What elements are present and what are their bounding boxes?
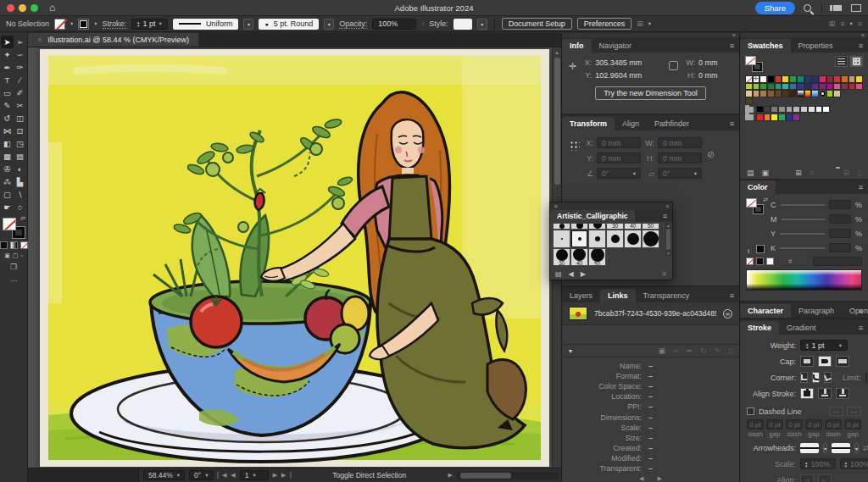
transform-panel-menu-icon[interactable]: ≡ [730, 119, 734, 128]
corner-miter-button[interactable] [800, 372, 808, 383]
scissors-tool[interactable]: ✂ [14, 99, 26, 112]
tab-align[interactable]: Align [615, 117, 647, 130]
brush-swatch[interactable] [588, 230, 606, 248]
dash-value-field[interactable]: 0 pt [825, 419, 842, 429]
fill-none-chip[interactable] [3, 218, 16, 230]
shape-builder-tool[interactable]: ◧ [1, 137, 14, 150]
tab-navigator[interactable]: Navigator [592, 39, 640, 53]
status-expand-icon[interactable]: ▶ [448, 472, 453, 479]
brushes-floating-panel[interactable]: ✕ « Artistic_Calligraphic ≡ 304050304050… [549, 202, 673, 280]
tab-stroke[interactable]: Stroke [740, 321, 779, 335]
tab-color[interactable]: Color [740, 180, 776, 194]
swatch[interactable] [855, 75, 863, 83]
cap-butt-button[interactable] [800, 356, 814, 367]
first-artboard-icon[interactable]: ▏◀ [218, 472, 227, 479]
horizontal-scrollbar[interactable] [457, 472, 559, 479]
gradient-tool[interactable]: ▤ [14, 150, 26, 163]
direct-selection-tool[interactable]: ➢ [14, 36, 26, 48]
search-icon[interactable] [804, 4, 811, 12]
style-chevron[interactable]: ▾ [477, 19, 487, 30]
tab-transform[interactable]: Transform [562, 117, 615, 130]
last-artboard-icon[interactable]: ▶▕ [281, 472, 291, 479]
swatch[interactable] [745, 90, 753, 97]
swatch[interactable] [745, 83, 753, 91]
dash-value-field[interactable]: 0 pt [786, 419, 803, 429]
color-panel-menu-icon[interactable]: ≡ [859, 183, 863, 191]
cap-projecting-button[interactable] [836, 356, 849, 367]
brushes-scrollbar[interactable]: ▴ ▾ [665, 223, 671, 256]
swatch[interactable] [797, 90, 804, 97]
swatch[interactable] [760, 90, 767, 97]
tab-gradient[interactable]: Gradient [779, 321, 824, 335]
line-segment-tool[interactable]: ∕ [14, 74, 26, 86]
align-inside-button[interactable] [818, 388, 832, 399]
brushes-panel-tab[interactable]: Artistic_Calligraphic [550, 210, 635, 222]
relink-icon[interactable]: ∞ [673, 346, 678, 355]
tab-info[interactable]: Info [562, 39, 592, 53]
swatch[interactable] [841, 75, 849, 83]
panel-menu-icon[interactable]: ≡ [858, 19, 862, 28]
stroke-color-chip[interactable] [78, 19, 89, 30]
eyedropper-tool[interactable]: ✇ [1, 163, 14, 175]
horizontal-scroll-thumb[interactable] [460, 473, 511, 479]
info-panel-menu-icon[interactable]: ≡ [730, 42, 734, 50]
fill-stroke-indicator[interactable]: ⇄ [3, 218, 25, 238]
grid-view-button[interactable] [850, 56, 863, 67]
swatch[interactable] [849, 83, 856, 91]
draw-behind-icon[interactable]: ▢ [13, 252, 19, 259]
swatches-panel-menu-icon[interactable]: ≡ [859, 42, 863, 50]
brush-swatch[interactable] [553, 223, 570, 230]
scroll-up-icon[interactable]: ▴ [555, 49, 558, 55]
swatch[interactable] [793, 106, 800, 114]
brush-swatch[interactable]: 40 [570, 248, 588, 266]
reflect-tool[interactable]: ◫ [14, 112, 26, 125]
preserve-dash-button[interactable]: ⌐¬ [829, 407, 843, 416]
arrowhead-end-chevron[interactable]: ▾ [854, 443, 859, 453]
channel-slider[interactable] [780, 247, 825, 249]
gray-group-folder-icon[interactable] [745, 107, 754, 113]
swap-arrowheads-icon[interactable]: ⇄ [863, 444, 868, 452]
swatch[interactable] [767, 90, 775, 97]
draw-normal-icon[interactable]: ▣ [4, 252, 10, 259]
brush-prev-icon[interactable]: ◀ [569, 270, 574, 278]
channel-slider[interactable] [780, 233, 825, 235]
swatch[interactable] [753, 83, 760, 91]
color-black-chip[interactable] [756, 258, 764, 265]
go-to-link-icon[interactable]: ➥ [686, 346, 693, 355]
brush-swatch[interactable]: 40 [624, 223, 642, 230]
rectangle-tool[interactable]: ▭ [1, 86, 14, 99]
swatch[interactable] [826, 83, 834, 91]
pen-tool[interactable]: ✒ [1, 61, 14, 74]
isolate-chevron[interactable]: ▾ [648, 20, 651, 27]
swatch[interactable] [797, 83, 804, 91]
weight-field[interactable]: ▴▾ 1 pt ▾ [800, 340, 848, 351]
stroke-panel-menu-icon[interactable]: ≡ [859, 324, 863, 332]
prev-artboard-icon[interactable]: ◀ [231, 472, 235, 479]
swatch-options-icon[interactable]: ≡ [810, 169, 814, 177]
swatch[interactable] [804, 83, 812, 91]
mesh-tool[interactable]: ▦ [1, 150, 14, 163]
selection-tool[interactable]: ➤ [1, 36, 14, 48]
brush-scroll-down-icon[interactable]: ▾ [667, 251, 670, 256]
tab-swatches[interactable]: Swatches [740, 39, 791, 53]
arrowhead-start-select[interactable] [800, 443, 819, 453]
brush-swatch[interactable] [570, 223, 588, 230]
swatch-libraries-icon[interactable]: ▤ [747, 169, 754, 177]
update-link-icon[interactable]: ↻ [700, 346, 707, 355]
brush-swatch-selected[interactable] [570, 230, 588, 248]
prev-link-icon[interactable]: ◀ [639, 475, 643, 482]
link-info-toggle-icon[interactable]: ▾ [569, 347, 572, 355]
swatch[interactable] [760, 83, 767, 91]
dimension-tool-button[interactable]: Try the new Dimension Tool [595, 86, 706, 100]
swatch[interactable] [760, 75, 767, 83]
corner-bevel-button[interactable] [824, 372, 832, 383]
brushes-close-icon[interactable]: ✕ [554, 203, 558, 210]
window-layout-icon[interactable] [851, 4, 861, 12]
draw-inside-icon[interactable]: ▫ [20, 252, 22, 259]
channel-value-field[interactable] [829, 200, 851, 209]
swatch[interactable] [745, 97, 753, 105]
corner-round-button[interactable] [812, 372, 820, 383]
brush-libraries-icon[interactable]: ▤ [555, 270, 562, 278]
swatch[interactable] [778, 106, 786, 114]
align-center-button[interactable] [800, 388, 814, 399]
